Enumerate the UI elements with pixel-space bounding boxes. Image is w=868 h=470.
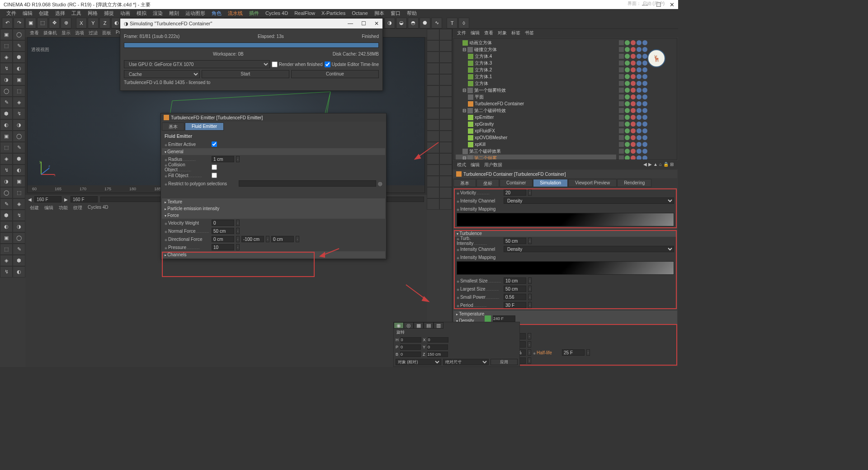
attr-tab-Viewport Preview[interactable]: Viewport Preview [568, 179, 617, 187]
tree-item[interactable]: TurbulenceFD Container [456, 100, 616, 107]
attr-menu-icon[interactable]: ⊞ [670, 162, 674, 168]
left-tool-38[interactable]: ⬚ [0, 244, 13, 255]
emitter-tab-basic[interactable]: 基本 [162, 122, 184, 131]
general-header[interactable]: General [162, 148, 385, 155]
coord-y[interactable] [427, 344, 448, 350]
toolbar-button-31[interactable]: ◑ [384, 18, 395, 28]
spinner-icon[interactable]: ‹ [528, 189, 532, 196]
om-tab-对象[interactable]: 对象 [498, 30, 507, 36]
left-tool-9[interactable]: ▣ [13, 74, 25, 85]
right-tool-28[interactable] [427, 187, 439, 198]
attr-nav-up-icon[interactable]: ▲ [653, 162, 658, 168]
left-tool-13[interactable]: ◈ [13, 97, 25, 108]
attr-head-用户数据[interactable]: 用户数据 [484, 162, 502, 167]
left-tool-36[interactable]: ▣ [0, 232, 13, 244]
expand-icon[interactable]: ⊟ [462, 47, 466, 52]
radius-input[interactable] [212, 156, 234, 162]
largest-size-input[interactable] [504, 286, 526, 292]
left-tool-42[interactable]: ↯ [0, 266, 13, 277]
right-tool-26[interactable] [427, 176, 439, 187]
attr-tab-基本[interactable]: 基本 [453, 179, 476, 187]
timeline-range[interactable] [71, 196, 98, 202]
normal-force-input[interactable] [212, 228, 234, 234]
bottom-tab-编辑[interactable]: 编辑 [44, 205, 53, 211]
coord-z[interactable] [427, 352, 448, 357]
left-tool-32[interactable]: ⬢ [0, 210, 13, 221]
menu-运动图形[interactable]: 运动图形 [183, 9, 208, 17]
attr-nav-fwd-icon[interactable]: ▶ [648, 162, 652, 168]
left-tool-31[interactable]: ◈ [13, 198, 25, 210]
right-tool-30[interactable] [427, 198, 439, 210]
toolbar-button-6[interactable]: X [76, 18, 87, 28]
sim-minimize-icon[interactable]: — [348, 20, 353, 27]
timeline-prev-icon[interactable]: ◀ [28, 197, 32, 202]
sim-continue-button[interactable]: Continue [291, 70, 379, 78]
left-tool-16[interactable]: ◐ [0, 119, 13, 131]
om-tab-查看[interactable]: 查看 [484, 30, 493, 36]
tree-item[interactable]: 平面 [456, 94, 616, 100]
left-tool-40[interactable]: ◈ [0, 255, 13, 266]
restrict-input[interactable] [239, 180, 376, 187]
tree-item[interactable]: 第三个破碎效果 [456, 148, 616, 155]
tree-item[interactable]: ⊟第二个破碎特效 [456, 107, 616, 114]
toolbar-button-32[interactable]: ◒ [396, 18, 407, 28]
tree-item[interactable]: 立方体 [456, 80, 616, 87]
right-tool-3[interactable] [439, 40, 452, 52]
sim-dialog-titlebar[interactable]: ◑ Simulating "TurbulenceFD Container" —☐… [120, 19, 382, 28]
menu-RealFlow[interactable]: RealFlow [292, 10, 318, 16]
left-tool-11[interactable]: ⬚ [13, 85, 25, 97]
right-tool-4[interactable] [427, 52, 439, 63]
tree-tags[interactable] [619, 73, 676, 80]
toolbar-button-5[interactable]: ⊕ [61, 18, 71, 28]
toolbar-button-4[interactable]: ✥ [49, 18, 60, 28]
tree-tags[interactable] [619, 46, 676, 53]
left-tool-43[interactable]: ◐ [13, 266, 25, 277]
object-manager[interactable]: 动画立方体⊟碰撞立方体立方体.4立方体.3立方体.2立方体.1立方体⊟第一个烟雾… [453, 38, 677, 160]
menu-流水线[interactable]: 流水线 [225, 9, 245, 17]
turb-ichan-select[interactable]: Density [504, 246, 674, 252]
left-tool-7[interactable]: ◐ [13, 63, 25, 74]
om-tab-编辑[interactable]: 编辑 [471, 30, 480, 36]
tree-tags[interactable] [619, 66, 676, 73]
menu-插件[interactable]: 插件 [246, 9, 262, 17]
toolbar-button-3[interactable]: ⬚ [37, 18, 48, 28]
left-tool-26[interactable]: ◑ [0, 176, 13, 187]
channels-header[interactable]: Channels [162, 251, 385, 258]
smallest-size-input[interactable] [504, 277, 526, 284]
coord-h[interactable] [401, 337, 421, 343]
timeline-end-input[interactable] [493, 315, 515, 322]
attr-head-编辑[interactable]: 编辑 [471, 162, 480, 167]
bottom-tab-Cycles 4D[interactable]: Cycles 4D [88, 205, 108, 211]
right-tool-19[interactable] [439, 131, 452, 142]
left-tool-0[interactable]: ▣ [0, 29, 13, 40]
right-tool-25[interactable] [439, 164, 452, 176]
intensity-channel-select[interactable]: Density [504, 197, 674, 204]
coord-x[interactable] [428, 337, 448, 343]
right-tool-22[interactable] [427, 153, 439, 164]
right-tool-0[interactable] [427, 29, 439, 40]
left-tool-1[interactable]: ◯ [13, 29, 25, 40]
left-tool-3[interactable]: ✎ [13, 40, 25, 52]
view-tab-摄像机[interactable]: 摄像机 [43, 30, 57, 36]
right-tool-10[interactable] [427, 85, 439, 97]
right-tool-16[interactable] [427, 119, 439, 131]
left-tool-21[interactable]: ✎ [13, 142, 25, 153]
coord-p[interactable] [400, 344, 421, 350]
left-tool-29[interactable]: ⬚ [13, 187, 25, 198]
expand-icon[interactable]: ⊟ [462, 108, 466, 113]
left-tool-35[interactable]: ◑ [13, 221, 25, 232]
menu-Cycles 4D[interactable]: Cycles 4D [263, 10, 291, 16]
right-tool-24[interactable] [427, 164, 439, 176]
view-tab-查看[interactable]: 查看 [30, 30, 39, 36]
left-tool-34[interactable]: ◐ [0, 221, 13, 232]
left-tool-10[interactable]: ◯ [0, 85, 13, 97]
sim-cache-select[interactable]: Cache [124, 70, 200, 78]
toolbar-button-0[interactable]: ↶ [2, 18, 13, 28]
left-tool-30[interactable]: ✎ [0, 198, 13, 210]
timeline-next-icon[interactable]: ▶ [64, 197, 68, 202]
tree-tags[interactable] [619, 87, 676, 94]
left-tool-5[interactable]: ⬢ [13, 52, 25, 63]
left-tool-18[interactable]: ▣ [0, 131, 13, 142]
left-tool-4[interactable]: ◈ [0, 52, 13, 63]
coord-b[interactable] [400, 352, 421, 357]
